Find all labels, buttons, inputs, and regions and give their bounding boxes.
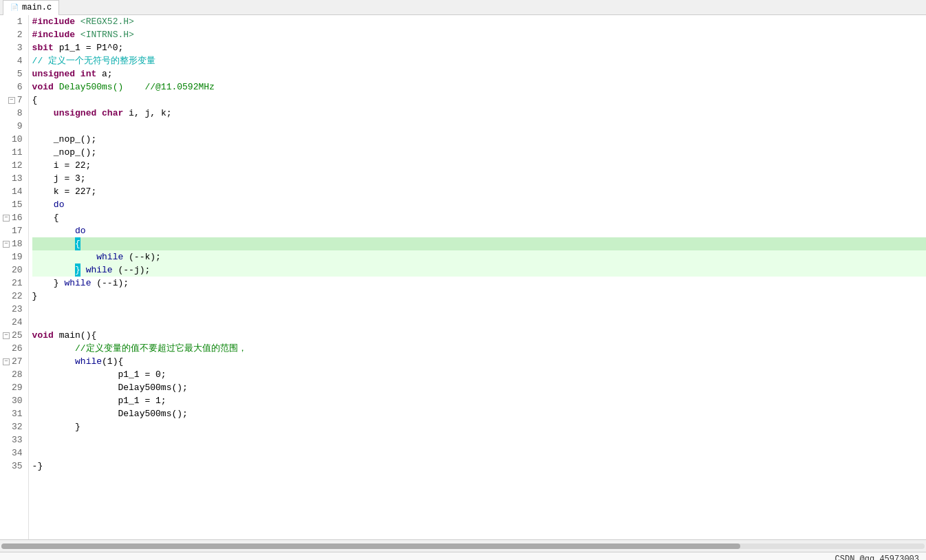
cursor-char-18: {	[75, 237, 80, 250]
horizontal-scrollbar-area[interactable]	[0, 539, 926, 552]
line-number-31: 31	[3, 407, 23, 420]
line-number-24: 24	[3, 316, 23, 329]
line-number-9: 9	[3, 120, 23, 133]
code-line-29: Delay500ms();	[32, 381, 926, 394]
line-number-2: 2	[3, 28, 23, 41]
code-line-10: _nop_();	[32, 133, 926, 146]
tab-label: main.c	[22, 3, 52, 12]
fold-icon-18[interactable]: −	[3, 241, 10, 248]
line-number-4: 4	[3, 54, 23, 67]
line-number-18: −18	[3, 237, 23, 250]
code-line-2: #include <INTRNS.H>	[32, 28, 926, 41]
code-line-14: k = 227;	[32, 185, 926, 198]
code-line-28: p1_1 = 0;	[32, 368, 926, 381]
line-number-22: 22	[3, 290, 23, 303]
code-line-25: void main(){	[32, 329, 926, 342]
line-number-27: −27	[3, 355, 23, 368]
code-line-15: do	[32, 198, 926, 211]
line-number-6: 6	[3, 80, 23, 94]
line-number-15: 15	[3, 198, 23, 211]
line-number-1: 1	[3, 15, 23, 28]
code-line-7: {	[32, 94, 926, 107]
code-line-26: //定义变量的值不要超过它最大值的范围，	[32, 342, 926, 355]
bottom-bar: CSDN @qq_45973003	[0, 552, 926, 560]
code-line-22: }	[32, 290, 926, 303]
watermark: CSDN @qq_45973003	[835, 554, 919, 561]
fold-icon-7[interactable]: −	[8, 97, 15, 104]
line-number-29: 29	[3, 381, 23, 394]
code-line-4: // 定义一个无符号的整形变量	[32, 54, 926, 67]
code-line-16: {	[32, 211, 926, 224]
line-numbers: 123456−789101112131415−1617−181920212223…	[0, 15, 29, 539]
scrollbar-thumb[interactable]	[1, 543, 740, 549]
fold-icon-16[interactable]: −	[3, 215, 10, 222]
code-line-19: while (--k);	[32, 250, 926, 263]
code-line-3: sbit p1_1 = P1^0;	[32, 41, 926, 54]
code-line-32: }	[32, 420, 926, 433]
code-line-18: {	[32, 237, 926, 250]
line-number-11: 11	[3, 146, 23, 159]
tab-main-c[interactable]: 📄 main.c	[3, 0, 59, 15]
code-line-9	[32, 120, 926, 133]
line-number-7: −7	[3, 94, 23, 107]
file-icon: 📄	[10, 3, 19, 12]
code-line-24	[32, 316, 926, 329]
editor-container: 123456−789101112131415−1617−181920212223…	[0, 15, 926, 539]
code-line-34	[32, 446, 926, 460]
line-number-30: 30	[3, 394, 23, 407]
code-line-21: } while (--i);	[32, 277, 926, 290]
code-area[interactable]: #include <REGX52.H>#include <INTRNS.H>sb…	[29, 15, 926, 539]
line-number-23: 23	[3, 303, 23, 316]
line-number-21: 21	[3, 277, 23, 290]
code-line-27: while(1){	[32, 355, 926, 368]
code-line-20: } while (--j);	[32, 263, 926, 277]
tab-bar: 📄 main.c	[0, 0, 926, 15]
code-line-31: Delay500ms();	[32, 407, 926, 420]
line-number-34: 34	[3, 446, 23, 460]
code-line-5: unsigned int a;	[32, 67, 926, 80]
line-number-32: 32	[3, 420, 23, 433]
line-number-17: 17	[3, 224, 23, 237]
code-line-35: -}	[32, 460, 926, 473]
line-number-3: 3	[3, 41, 23, 54]
line-number-20: 20	[3, 263, 23, 277]
code-line-11: _nop_();	[32, 146, 926, 159]
code-line-23	[32, 303, 926, 316]
line-number-5: 5	[3, 67, 23, 80]
line-number-16: −16	[3, 211, 23, 224]
line-number-10: 10	[3, 133, 23, 146]
line-number-35: 35	[3, 460, 23, 473]
code-line-33	[32, 433, 926, 446]
code-line-13: j = 3;	[32, 172, 926, 185]
code-line-6: void Delay500ms() //@11.0592MHz	[32, 80, 926, 94]
line-number-13: 13	[3, 172, 23, 185]
scrollbar-track[interactable]	[1, 543, 925, 549]
line-number-12: 12	[3, 159, 23, 172]
line-number-14: 14	[3, 185, 23, 198]
fold-icon-25[interactable]: −	[3, 332, 10, 339]
line-number-26: 26	[3, 342, 23, 355]
code-line-12: i = 22;	[32, 159, 926, 172]
line-number-8: 8	[3, 107, 23, 120]
line-number-25: −25	[3, 329, 23, 342]
code-line-30: p1_1 = 1;	[32, 394, 926, 407]
code-line-8: unsigned char i, j, k;	[32, 107, 926, 120]
fold-icon-27[interactable]: −	[3, 358, 10, 365]
cursor-char-20: }	[75, 263, 80, 277]
code-line-1: #include <REGX52.H>	[32, 15, 926, 28]
line-number-19: 19	[3, 250, 23, 263]
line-number-33: 33	[3, 433, 23, 446]
line-number-28: 28	[3, 368, 23, 381]
code-line-17: do	[32, 224, 926, 237]
